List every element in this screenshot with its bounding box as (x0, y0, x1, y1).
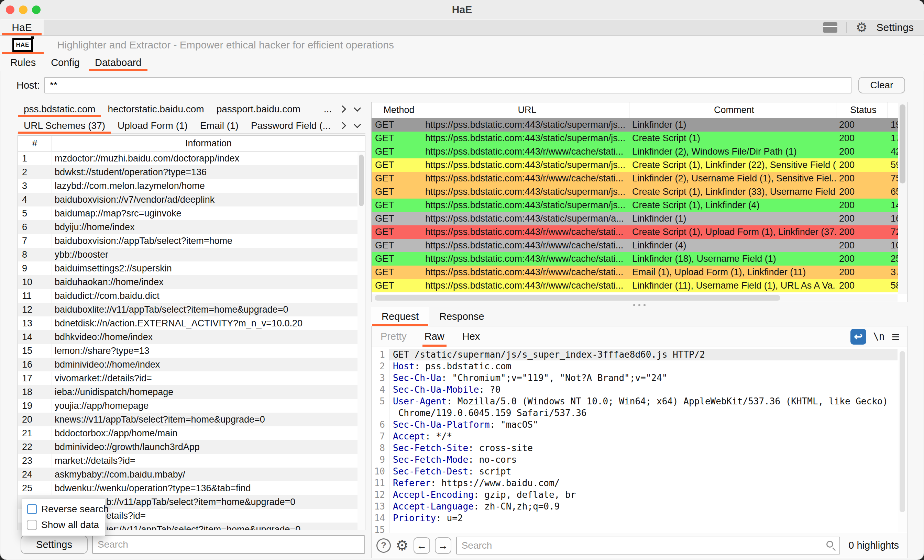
table-row[interactable]: GET https://pss.bdstatic.com:443/r/www/c… (372, 266, 907, 279)
chevron-right-icon[interactable] (339, 105, 346, 113)
column-header-status[interactable]: Status (836, 102, 888, 118)
word-wrap-icon[interactable]: ↩ (850, 329, 866, 344)
row-index: 21 (18, 427, 52, 440)
chevron-right-icon[interactable] (339, 122, 346, 129)
view-tab-hex[interactable]: Hex (453, 326, 489, 347)
host-input[interactable] (44, 77, 852, 93)
chevron-down-icon[interactable] (354, 105, 361, 112)
table-row[interactable]: 6 bdyiju://home/index (18, 220, 365, 234)
table-row[interactable]: GET https://pss.bdstatic.com:443/r/www/c… (372, 172, 907, 185)
scrollbar-thumb[interactable] (359, 154, 364, 206)
tab-config[interactable]: Config (44, 55, 87, 71)
column-header-comment[interactable]: Comment (629, 102, 836, 118)
reverse-search-option[interactable]: Reverse search (27, 504, 105, 515)
table-row[interactable]: 14 bdhkvideo://home/index (18, 330, 365, 344)
scrollbar[interactable] (898, 103, 907, 294)
show-newlines-toggle[interactable]: \n (873, 331, 885, 342)
table-row[interactable]: 9 baiduimsettings2://superskin (18, 262, 365, 275)
scrollbar-thumb[interactable] (375, 295, 780, 301)
editor-search-input[interactable] (456, 537, 840, 554)
table-row[interactable]: 12 baiduboxlite://v11/appTab/select?item… (18, 302, 365, 316)
reverse-search-checkbox[interactable] (27, 504, 37, 514)
logo-tab[interactable]: HAE (0, 36, 45, 54)
show-all-data-checkbox[interactable] (27, 520, 37, 530)
table-row[interactable]: 25 bdwenku://wenku/operation?type=136&ta… (18, 481, 365, 495)
horizontal-scrollbar[interactable] (372, 294, 897, 302)
type-tab-email[interactable]: Email (1) (194, 118, 245, 133)
type-tab-url-schemes[interactable]: URL Schemes (37) (18, 118, 111, 133)
table-row[interactable]: 21 bddoctorbox://app/home/main (18, 426, 365, 440)
scrollbar-thumb[interactable] (900, 105, 905, 183)
table-row[interactable]: 24 askmybaby://com.baidu.mbaby/ (18, 467, 365, 481)
settings-menu[interactable]: Settings (877, 22, 914, 33)
search-icon[interactable] (826, 541, 833, 548)
table-row[interactable]: GET https://pss.bdstatic.com:443/static/… (372, 199, 907, 212)
host-tab-overflow[interactable]: ... (318, 101, 338, 117)
gear-icon[interactable]: ⚙ (856, 21, 868, 34)
table-row[interactable]: 16 bdminivideo://home/index (18, 358, 365, 371)
table-row[interactable]: 1 mzdoctor://muzhi.baidu.com/doctorapp/i… (18, 151, 365, 165)
table-row[interactable]: GET https://pss.bdstatic.com:443/static/… (372, 185, 907, 199)
column-header-url[interactable]: URL (423, 102, 629, 118)
splitter-handle[interactable] (371, 303, 908, 307)
tab-request[interactable]: Request (371, 307, 429, 326)
table-row[interactable]: GET https://pss.bdstatic.com:443/r/www/c… (372, 239, 907, 252)
table-row[interactable]: GET https://pss.bdstatic.com:443/r/www/c… (372, 225, 907, 239)
type-tab-upload-form[interactable]: Upload Form (1) (111, 118, 194, 133)
header-name: Sec-Fetch-Site (393, 443, 468, 453)
table-row[interactable]: GET https://pss.bdstatic.com:443/static/… (372, 118, 907, 132)
clear-button[interactable]: Clear (858, 77, 905, 93)
table-row[interactable]: GET https://pss.bdstatic.com:443/static/… (372, 132, 907, 145)
table-row[interactable]: 18 ieba://unidispatch/homepage (18, 385, 365, 399)
scrollbar[interactable] (898, 349, 907, 532)
table-row[interactable]: 20 knews://v11/appTab/select?item=home&u… (18, 413, 365, 426)
table-row[interactable]: 7 baiduboxvision://appTab/select?item=ho… (18, 234, 365, 248)
chevron-down-icon[interactable] (354, 121, 361, 128)
tab-databoard[interactable]: Databoard (87, 55, 149, 71)
view-tab-raw[interactable]: Raw (416, 326, 453, 347)
table-row[interactable]: 10 baiduhaokan://home/index (18, 275, 365, 289)
table-row[interactable]: 4 baiduboxvision://v7/vendor/ad/deeplink (18, 193, 365, 207)
layout-icon[interactable] (823, 22, 837, 33)
next-button[interactable]: → (435, 538, 452, 554)
help-icon[interactable]: ? (376, 538, 391, 553)
column-header-index[interactable]: # (18, 136, 52, 151)
table-row[interactable]: 23 market://details?id= (18, 454, 365, 467)
cell-comment: Create Script (1), Linkfinder (4) (629, 200, 836, 211)
host-tab-pss[interactable]: pss.bdstatic.com (18, 101, 102, 117)
table-row[interactable]: 22 bdminivideo://growth/launch3rdApp (18, 440, 365, 454)
left-search-input[interactable] (92, 535, 365, 554)
table-row[interactable]: GET https://pss.bdstatic.com:443/r/www/c… (372, 145, 907, 159)
table-row[interactable]: 19 youjia://app/homepage (18, 399, 365, 413)
cell-status: 200 (836, 200, 888, 211)
gear-icon[interactable]: ⚙ (396, 538, 409, 553)
host-tab-hectorstatic[interactable]: hectorstatic.baidu.com (102, 101, 210, 117)
table-row[interactable]: 5 baidumap://map?src=uginvoke (18, 207, 365, 220)
scrollbar[interactable] (357, 152, 365, 530)
table-row[interactable]: 15 lemon://share?type=13 (18, 344, 365, 358)
tab-rules[interactable]: Rules (3, 55, 44, 71)
table-row[interactable]: 11 baidudict://com.baidu.dict (18, 289, 365, 302)
table-row[interactable]: 2 bdwkst://student/operation?type=136 (18, 165, 365, 179)
table-row[interactable]: GET https://pss.bdstatic.com:443/r/www/c… (372, 279, 907, 292)
column-header-method[interactable]: Method (372, 102, 423, 118)
table-row[interactable]: GET https://pss.bdstatic.com:443/r/www/c… (372, 252, 907, 266)
table-row[interactable]: 8 ybb://booster (18, 248, 365, 262)
view-tab-pretty[interactable]: Pretty (372, 326, 416, 347)
show-all-data-option[interactable]: Show all data (27, 520, 105, 530)
scrollbar-thumb[interactable] (900, 351, 905, 512)
editor-menu-icon[interactable]: ≡ (892, 330, 900, 344)
tab-hae[interactable]: HaE (0, 19, 44, 35)
table-row[interactable]: 3 lazybd://com.melon.lazymelon/home (18, 179, 365, 193)
type-tab-password-field[interactable]: Password Field (... (245, 118, 337, 133)
table-row[interactable]: 13 bdnetdisk://n/action.EXTERNAL_ACTIVIT… (18, 316, 365, 330)
request-editor-body[interactable]: 1 GET /static/superman/js/s_super_index-… (372, 347, 907, 533)
column-header-information[interactable]: Information (52, 138, 365, 149)
table-row[interactable]: GET https://pss.bdstatic.com:443/static/… (372, 159, 907, 172)
table-row[interactable]: 17 vivomarket://details?id= (18, 371, 365, 385)
previous-button[interactable]: ← (414, 538, 430, 554)
tab-response[interactable]: Response (429, 307, 495, 326)
host-tab-passport[interactable]: passport.baidu.com (210, 101, 307, 117)
settings-button[interactable]: Settings (21, 535, 88, 554)
table-row[interactable]: GET https://pss.bdstatic.com:443/static/… (372, 212, 907, 225)
